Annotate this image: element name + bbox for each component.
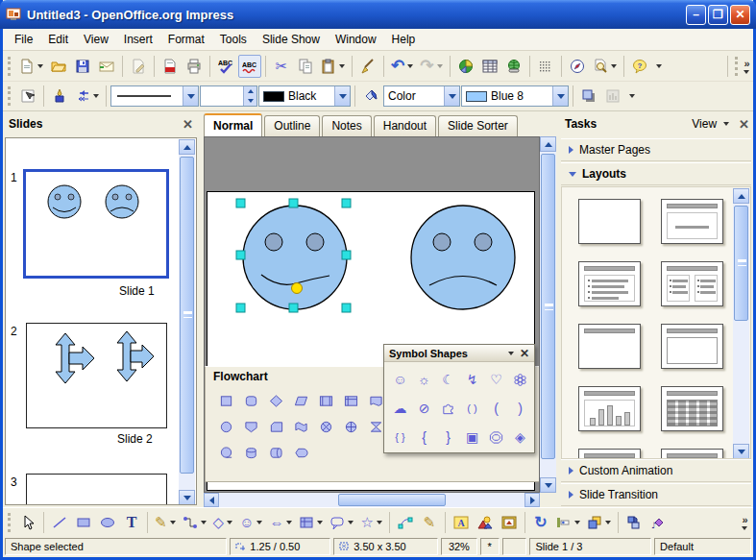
format-paintbrush-button[interactable] <box>356 55 379 78</box>
tab-outline[interactable]: Outline <box>264 115 320 136</box>
cut-button[interactable]: ✂ <box>270 55 293 78</box>
menu-edit[interactable]: Edit <box>40 30 76 49</box>
toolbar-overflow-arrow[interactable] <box>742 526 747 530</box>
moon-shape-icon[interactable]: ☾ <box>442 373 454 386</box>
restore-button[interactable]: ❐ <box>708 5 728 25</box>
select-button[interactable] <box>16 511 39 534</box>
flowchart-process-icon[interactable] <box>219 394 233 408</box>
layout-title-outlined-content[interactable] <box>661 324 723 369</box>
minimize-button[interactable]: – <box>686 5 706 25</box>
new-dropdown-arrow[interactable] <box>37 64 43 68</box>
layout-title-bullets[interactable] <box>578 261 641 306</box>
flowchart-magnetic-disc-icon[interactable] <box>244 446 258 460</box>
spellcheck-button[interactable]: ABC <box>214 55 237 78</box>
fill-color-select[interactable]: Blue 8 <box>461 85 569 107</box>
area-style-select[interactable]: Color <box>383 85 460 107</box>
symbol-shapes-titlebar[interactable]: Symbol Shapes ✕ <box>384 345 534 362</box>
stars-button[interactable]: ☆ <box>357 511 384 534</box>
arrange-dropdown-arrow[interactable] <box>605 521 611 524</box>
flowcharts-button[interactable] <box>296 511 326 534</box>
slides-scrollbar[interactable] <box>179 139 195 505</box>
connector-button[interactable] <box>180 511 209 534</box>
position-field[interactable]: 1.25 / 0.50 <box>230 538 330 555</box>
layout-title-only[interactable] <box>578 324 641 369</box>
layout-clipped-2[interactable] <box>661 449 723 459</box>
export-pdf-button[interactable] <box>159 55 182 78</box>
line-color-dropdown-button[interactable] <box>334 86 350 106</box>
layout-title-chart[interactable] <box>578 386 641 431</box>
smiley-face-shape[interactable] <box>243 206 347 309</box>
insert-chart-button[interactable] <box>454 55 477 78</box>
block-arrows-button[interactable]: ⇔ <box>266 511 295 534</box>
flowchart-connector-icon[interactable] <box>219 420 233 434</box>
scroll-left-arrow[interactable] <box>204 493 219 507</box>
tasks-view-menu[interactable]: View <box>692 117 729 131</box>
scroll-down-arrow[interactable] <box>179 490 195 505</box>
heart-shape-icon[interactable]: ♡ <box>490 373 502 386</box>
line-width-down-button[interactable] <box>244 96 256 106</box>
slides-scrollbar-thumb[interactable] <box>180 157 194 474</box>
layouts-scrollbar-thumb[interactable] <box>734 206 748 321</box>
curve-dropdown-arrow[interactable] <box>170 521 176 524</box>
hyperlink-button[interactable] <box>502 55 525 78</box>
page-style-field[interactable]: Default <box>654 538 751 555</box>
line-color-select[interactable]: Black <box>258 85 351 107</box>
vscroll-thumb[interactable] <box>541 154 555 459</box>
tab-slide-sorter[interactable]: Slide Sorter <box>438 115 518 136</box>
undo-dropdown-arrow[interactable] <box>407 64 413 68</box>
flowchart-internal-storage-icon[interactable] <box>344 394 358 408</box>
filter-button[interactable] <box>601 85 624 108</box>
flowchart-document-icon[interactable] <box>369 394 383 408</box>
gallery-button[interactable] <box>498 511 521 534</box>
left-bracket-shape-icon[interactable]: ( <box>494 402 499 415</box>
print-button[interactable] <box>183 55 206 78</box>
slide-workspace[interactable]: Flowchart <box>204 136 540 493</box>
scroll-up-arrow[interactable] <box>179 139 195 155</box>
arrow-style-button[interactable] <box>72 85 102 108</box>
layout-title-content[interactable] <box>661 199 723 244</box>
tab-normal[interactable]: Normal <box>204 113 262 136</box>
area-dialog-button[interactable] <box>359 85 382 108</box>
line-button[interactable] <box>48 511 71 534</box>
redo-button[interactable]: ↷ <box>417 55 445 78</box>
glue-points-button[interactable]: ✎ <box>418 511 441 534</box>
toolbar-grip[interactable] <box>8 57 12 76</box>
callouts-dropdown-arrow[interactable] <box>348 521 354 524</box>
rotate-button[interactable]: ↻ <box>529 511 552 534</box>
help-button[interactable]: ? <box>628 55 651 78</box>
open-button[interactable] <box>47 55 70 78</box>
tab-handout[interactable]: Handout <box>374 115 436 136</box>
curve-button[interactable]: ✎ <box>152 511 179 534</box>
menu-slide-show[interactable]: Slide Show <box>255 30 328 49</box>
menu-view[interactable]: View <box>76 30 116 49</box>
zoom-button[interactable] <box>590 55 620 78</box>
canvas-vertical-scrollbar[interactable] <box>540 136 556 493</box>
flowchart-display-icon[interactable] <box>294 446 308 460</box>
layout-blank[interactable] <box>578 199 641 244</box>
layouts-scrollbar[interactable] <box>733 188 749 459</box>
basic-shapes-dropdown-arrow[interactable] <box>227 521 232 524</box>
interaction-button[interactable]: ♪ <box>646 511 670 534</box>
insert-table-button[interactable] <box>478 55 501 78</box>
section-slide-transition[interactable]: Slide Transition <box>561 483 751 506</box>
adjust-handle[interactable] <box>292 283 303 294</box>
line-width-input[interactable] <box>200 85 257 107</box>
alignment-button[interactable] <box>553 511 583 534</box>
points-button[interactable] <box>394 511 417 534</box>
layout-title-table[interactable] <box>661 386 723 431</box>
menu-window[interactable]: Window <box>328 30 384 49</box>
flowcharts-dropdown-arrow[interactable] <box>317 521 323 524</box>
zoom-dropdown-arrow[interactable] <box>611 64 617 68</box>
section-master-pages[interactable]: Master Pages <box>561 138 751 161</box>
diamond-bevel-shape-icon[interactable]: ◈ <box>515 430 525 444</box>
symbol-shapes-button[interactable]: ☺ <box>236 511 265 534</box>
menu-insert[interactable]: Insert <box>116 30 160 49</box>
auto-spellcheck-button[interactable]: ABC <box>238 55 261 78</box>
symbol-shapes-dropdown-arrow[interactable] <box>256 521 262 524</box>
octagon-bevel-shape-icon[interactable] <box>489 430 503 445</box>
line-width-up-button[interactable] <box>244 86 256 96</box>
flowchart-alternate-process-icon[interactable] <box>244 394 258 408</box>
toolbar-overflow-chevron[interactable]: » <box>742 514 746 525</box>
puzzle-shape-icon[interactable] <box>441 402 455 416</box>
section-layouts[interactable]: Layouts <box>561 162 751 185</box>
